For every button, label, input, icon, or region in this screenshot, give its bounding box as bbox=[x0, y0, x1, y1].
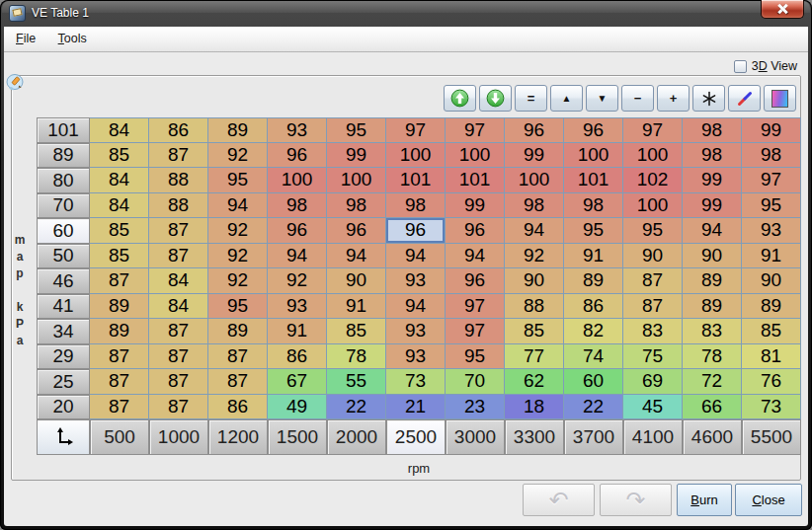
ve-cell[interactable]: 87 bbox=[208, 344, 268, 370]
ve-cell[interactable]: 87 bbox=[90, 369, 149, 395]
ve-cell[interactable]: 62 bbox=[505, 369, 564, 395]
ve-cell[interactable]: 100 bbox=[623, 143, 683, 169]
ve-cell[interactable]: 84 bbox=[149, 268, 208, 294]
ve-cell[interactable]: 93 bbox=[268, 117, 327, 143]
ve-cell[interactable]: 87 bbox=[149, 218, 208, 244]
ve-cell[interactable]: 90 bbox=[623, 244, 683, 269]
ve-cell[interactable]: 70 bbox=[446, 369, 505, 395]
ve-cell[interactable]: 98 bbox=[327, 193, 386, 219]
ve-cell[interactable]: 100 bbox=[386, 143, 446, 169]
ve-cell[interactable]: 96 bbox=[268, 218, 327, 244]
ve-cell[interactable]: 100 bbox=[268, 168, 327, 193]
ve-cell[interactable]: 100 bbox=[564, 143, 623, 169]
ve-cell[interactable]: 93 bbox=[268, 294, 327, 320]
ve-cell[interactable]: 87 bbox=[149, 319, 208, 344]
ve-cell[interactable]: 87 bbox=[149, 395, 208, 420]
ve-cell[interactable]: 100 bbox=[446, 143, 505, 169]
ve-cell[interactable]: 89 bbox=[90, 294, 149, 320]
ve-cell[interactable]: 98 bbox=[386, 193, 446, 219]
ve-cell[interactable]: 85 bbox=[505, 319, 564, 344]
ve-cell[interactable]: 85 bbox=[90, 218, 149, 244]
edit-note-icon[interactable] bbox=[5, 72, 27, 94]
ve-cell[interactable]: 92 bbox=[208, 218, 268, 244]
ve-cell[interactable]: 89 bbox=[90, 319, 149, 344]
ve-cell[interactable]: 84 bbox=[149, 294, 208, 320]
ve-cell[interactable]: 93 bbox=[386, 268, 446, 294]
ve-cell[interactable]: 99 bbox=[683, 193, 742, 219]
ve-cell[interactable]: 94 bbox=[446, 244, 505, 269]
rpm-col-header[interactable]: 500 bbox=[90, 419, 149, 455]
ve-cell[interactable]: 101 bbox=[386, 168, 446, 193]
ve-cell[interactable]: 95 bbox=[446, 344, 505, 370]
ve-cell[interactable]: 81 bbox=[742, 344, 801, 370]
ve-cell[interactable]: 98 bbox=[505, 193, 564, 219]
ve-cell[interactable]: 84 bbox=[90, 168, 149, 193]
ve-cell[interactable]: 90 bbox=[742, 268, 801, 294]
interpolate-button[interactable] bbox=[728, 85, 761, 112]
ve-cell[interactable]: 94 bbox=[327, 244, 386, 269]
ve-cell[interactable]: 98 bbox=[268, 193, 327, 219]
map-row-header[interactable]: 60 bbox=[37, 218, 90, 244]
ve-cell[interactable]: 97 bbox=[623, 117, 683, 143]
ve-cell[interactable]: 99 bbox=[505, 143, 564, 169]
ve-cell[interactable]: 88 bbox=[149, 193, 208, 219]
map-row-header[interactable]: 89 bbox=[37, 143, 90, 169]
map-row-header[interactable]: 70 bbox=[37, 193, 90, 219]
ve-cell[interactable]: 87 bbox=[623, 294, 683, 320]
ve-cell[interactable]: 100 bbox=[505, 168, 564, 193]
map-row-header[interactable]: 41 bbox=[37, 294, 90, 320]
ve-cell[interactable]: 101 bbox=[446, 168, 505, 193]
ve-cell[interactable]: 90 bbox=[683, 244, 742, 269]
ve-cell[interactable]: 94 bbox=[386, 244, 446, 269]
ve-cell[interactable]: 95 bbox=[208, 294, 268, 320]
ve-cell[interactable]: 94 bbox=[505, 218, 564, 244]
ve-cell[interactable]: 22 bbox=[327, 395, 386, 420]
close-window-button[interactable]: Close bbox=[735, 484, 802, 516]
ve-cell[interactable]: 97 bbox=[446, 117, 505, 143]
ve-cell[interactable]: 87 bbox=[149, 369, 208, 395]
ve-cell[interactable]: 90 bbox=[327, 268, 386, 294]
ve-cell[interactable]: 73 bbox=[386, 369, 446, 395]
ve-cell[interactable]: 99 bbox=[742, 117, 801, 143]
set-equal-button[interactable]: = bbox=[515, 85, 547, 112]
scale-up-button[interactable] bbox=[444, 85, 476, 112]
burn-button[interactable]: Burn bbox=[677, 484, 732, 516]
ve-cell[interactable]: 92 bbox=[208, 143, 268, 169]
ve-cell[interactable]: 90 bbox=[505, 268, 564, 294]
rpm-col-header[interactable]: 3700 bbox=[564, 419, 623, 455]
map-row-header[interactable]: 80 bbox=[37, 168, 90, 193]
ve-cell[interactable]: 95 bbox=[564, 218, 623, 244]
ve-cell[interactable]: 92 bbox=[208, 268, 268, 294]
ve-cell[interactable]: 100 bbox=[327, 168, 386, 193]
decrement-button[interactable]: ▼ bbox=[586, 85, 618, 112]
ve-cell[interactable]: 101 bbox=[564, 168, 623, 193]
ve-cell[interactable]: 92 bbox=[268, 268, 327, 294]
rpm-col-header[interactable]: 3000 bbox=[446, 419, 505, 455]
ve-cell[interactable]: 89 bbox=[683, 268, 742, 294]
ve-cell[interactable]: 96 bbox=[327, 218, 386, 244]
map-row-header[interactable]: 50 bbox=[37, 244, 90, 269]
ve-cell[interactable]: 102 bbox=[623, 168, 683, 193]
ve-cell[interactable]: 60 bbox=[564, 369, 623, 395]
ve-cell[interactable]: 83 bbox=[623, 319, 683, 344]
rpm-col-header[interactable]: 1000 bbox=[149, 419, 208, 455]
ve-cell[interactable]: 73 bbox=[742, 395, 801, 420]
ve-cell[interactable]: 94 bbox=[268, 244, 327, 269]
ve-cell[interactable]: 85 bbox=[742, 319, 801, 344]
ve-cell[interactable]: 82 bbox=[564, 319, 623, 344]
ve-cell[interactable]: 67 bbox=[268, 369, 327, 395]
ve-cell[interactable]: 49 bbox=[268, 395, 327, 420]
ve-cell[interactable]: 98 bbox=[564, 193, 623, 219]
ve-cell[interactable]: 91 bbox=[327, 294, 386, 320]
map-row-header[interactable]: 29 bbox=[37, 344, 90, 370]
ve-cell[interactable]: 75 bbox=[623, 344, 683, 370]
map-row-header[interactable]: 46 bbox=[37, 268, 90, 294]
ve-cell[interactable]: 89 bbox=[564, 268, 623, 294]
ve-cell[interactable]: 87 bbox=[90, 344, 149, 370]
ve-cell[interactable]: 78 bbox=[327, 344, 386, 370]
ve-cell[interactable]: 89 bbox=[208, 319, 268, 344]
ve-cell[interactable]: 91 bbox=[564, 244, 623, 269]
scale-down-button[interactable] bbox=[479, 85, 512, 112]
ve-cell[interactable]: 18 bbox=[505, 395, 564, 420]
axis-swap-button[interactable] bbox=[37, 419, 90, 455]
